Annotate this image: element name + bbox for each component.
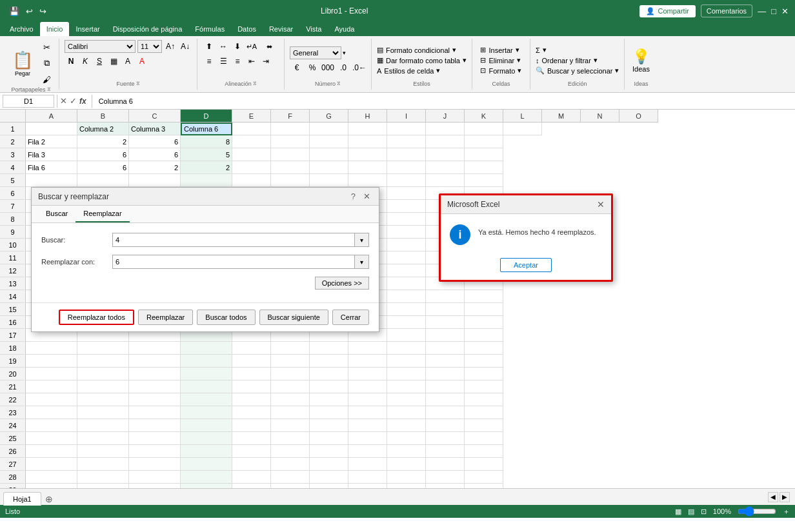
col-header-H[interactable]: H bbox=[348, 110, 387, 123]
cell-A18[interactable] bbox=[26, 342, 77, 355]
cell-K16[interactable] bbox=[465, 316, 503, 329]
row-header-20[interactable]: 20 bbox=[0, 368, 26, 380]
dialog-tab-buscar[interactable]: Buscar bbox=[38, 206, 75, 222]
row-header-11[interactable]: 11 bbox=[0, 251, 26, 264]
sort-filter-btn[interactable]: ↕ Ordenar y filtrar ▾ bbox=[536, 56, 619, 64]
cell-J18[interactable] bbox=[426, 342, 465, 355]
row-header-28[interactable]: 28 bbox=[0, 471, 26, 484]
comments-btn[interactable]: Comentarios bbox=[701, 5, 752, 17]
confirm-icon[interactable]: ✓ bbox=[70, 96, 77, 106]
delete-cells-btn[interactable]: ⊟ Eliminar ▾ bbox=[480, 56, 521, 64]
cell-I8[interactable] bbox=[387, 213, 426, 226]
bold-btn[interactable]: N bbox=[65, 55, 77, 68]
quick-save-btn[interactable]: 💾 bbox=[6, 6, 22, 16]
format-painter-button[interactable]: 🖌 bbox=[39, 72, 54, 86]
row-header-6[interactable]: 6 bbox=[0, 187, 26, 200]
cell-G27[interactable] bbox=[310, 458, 348, 471]
replace-input[interactable] bbox=[112, 255, 355, 269]
cell-E25[interactable] bbox=[232, 432, 271, 445]
cell-I16[interactable] bbox=[387, 316, 426, 329]
cell-E28[interactable] bbox=[232, 471, 271, 484]
row-header-26[interactable]: 26 bbox=[0, 445, 26, 458]
cell-K28[interactable] bbox=[465, 471, 503, 484]
cell-H28[interactable] bbox=[348, 471, 387, 484]
cell-H21[interactable] bbox=[348, 380, 387, 393]
indent-inc-btn[interactable]: ⇥ bbox=[259, 55, 272, 68]
col-header-K[interactable]: K bbox=[465, 110, 503, 123]
cell-J23[interactable] bbox=[426, 406, 465, 419]
cell-A24[interactable] bbox=[26, 419, 77, 432]
sheet-tab-hoja1[interactable]: Hoja1 bbox=[3, 492, 41, 506]
cell-D20[interactable] bbox=[181, 368, 232, 380]
row-header-2[interactable]: 2 bbox=[0, 135, 26, 148]
cell-C23[interactable] bbox=[129, 406, 181, 419]
formula-input[interactable] bbox=[97, 96, 792, 106]
cell-J3[interactable] bbox=[426, 148, 465, 161]
cell-F20[interactable] bbox=[271, 368, 310, 380]
cell-D23[interactable] bbox=[181, 406, 232, 419]
cell-J16[interactable] bbox=[426, 316, 465, 329]
replace-all-btn[interactable]: Reemplazar todos bbox=[59, 310, 134, 325]
cell-K22[interactable] bbox=[465, 393, 503, 406]
share-btn[interactable]: 👤 Compartir bbox=[639, 5, 695, 17]
col-header-F[interactable]: F bbox=[271, 110, 310, 123]
row-header-14[interactable]: 14 bbox=[0, 290, 26, 303]
indent-dec-btn[interactable]: ⇤ bbox=[245, 55, 258, 68]
cell-H19[interactable] bbox=[348, 355, 387, 368]
cell-D25[interactable] bbox=[181, 432, 232, 445]
cell-B1[interactable]: Columna 2 bbox=[77, 123, 129, 135]
col-header-J[interactable]: J bbox=[426, 110, 465, 123]
cell-I27[interactable] bbox=[387, 458, 426, 471]
cell-H22[interactable] bbox=[348, 393, 387, 406]
col-header-C[interactable]: C bbox=[129, 110, 181, 123]
find-dropdown-btn[interactable]: ▾ bbox=[355, 233, 369, 247]
cell-J14[interactable] bbox=[426, 290, 465, 303]
align-left-btn[interactable]: ≡ bbox=[203, 55, 216, 68]
cell-I28[interactable] bbox=[387, 471, 426, 484]
align-middle-btn[interactable]: ↔ bbox=[217, 40, 230, 53]
cell-G3[interactable] bbox=[310, 148, 348, 161]
cell-K2[interactable] bbox=[465, 135, 503, 148]
cell-G2[interactable] bbox=[310, 135, 348, 148]
cell-A2[interactable]: Fila 2 bbox=[26, 135, 77, 148]
cell-I11[interactable] bbox=[387, 251, 426, 264]
quick-undo-btn[interactable]: ↩ bbox=[23, 6, 35, 16]
cell-K29[interactable] bbox=[465, 484, 503, 488]
font-family-select[interactable]: Calibri bbox=[65, 40, 136, 53]
merge-btn[interactable]: ⬌ bbox=[259, 40, 279, 53]
row-header-8[interactable]: 8 bbox=[0, 213, 26, 226]
cell-J29[interactable] bbox=[426, 484, 465, 488]
cell-I15[interactable] bbox=[387, 303, 426, 316]
row-header-5[interactable]: 5 bbox=[0, 174, 26, 187]
cell-F23[interactable] bbox=[271, 406, 310, 419]
cell-J24[interactable] bbox=[426, 419, 465, 432]
col-header-E[interactable]: E bbox=[232, 110, 271, 123]
cell-B23[interactable] bbox=[77, 406, 129, 419]
cell-J4[interactable] bbox=[426, 161, 465, 174]
cell-J17[interactable] bbox=[426, 329, 465, 342]
cell-F27[interactable] bbox=[271, 458, 310, 471]
cell-A21[interactable] bbox=[26, 380, 77, 393]
cell-I6[interactable] bbox=[387, 187, 426, 200]
cell-B28[interactable] bbox=[77, 471, 129, 484]
cell-E4[interactable] bbox=[232, 161, 271, 174]
cell-A23[interactable] bbox=[26, 406, 77, 419]
increase-font-btn[interactable]: A↑ bbox=[164, 40, 177, 53]
cell-J25[interactable] bbox=[426, 432, 465, 445]
cell-I12[interactable] bbox=[387, 264, 426, 277]
scroll-right-btn[interactable]: ▶ bbox=[780, 492, 790, 502]
cell-K14[interactable] bbox=[465, 290, 503, 303]
cut-button[interactable]: ✂ bbox=[39, 40, 54, 54]
cell-K27[interactable] bbox=[465, 458, 503, 471]
cell-H4[interactable] bbox=[348, 161, 387, 174]
cell-E3[interactable] bbox=[232, 148, 271, 161]
cell-G19[interactable] bbox=[310, 355, 348, 368]
cell-H26[interactable] bbox=[348, 445, 387, 458]
cell-K3[interactable] bbox=[465, 148, 503, 161]
cell-I14[interactable] bbox=[387, 290, 426, 303]
row-header-27[interactable]: 27 bbox=[0, 458, 26, 471]
cell-G5[interactable] bbox=[310, 174, 348, 187]
row-header-15[interactable]: 15 bbox=[0, 303, 26, 316]
cell-B4[interactable]: 6 bbox=[77, 161, 129, 174]
cell-J1[interactable] bbox=[426, 123, 465, 135]
